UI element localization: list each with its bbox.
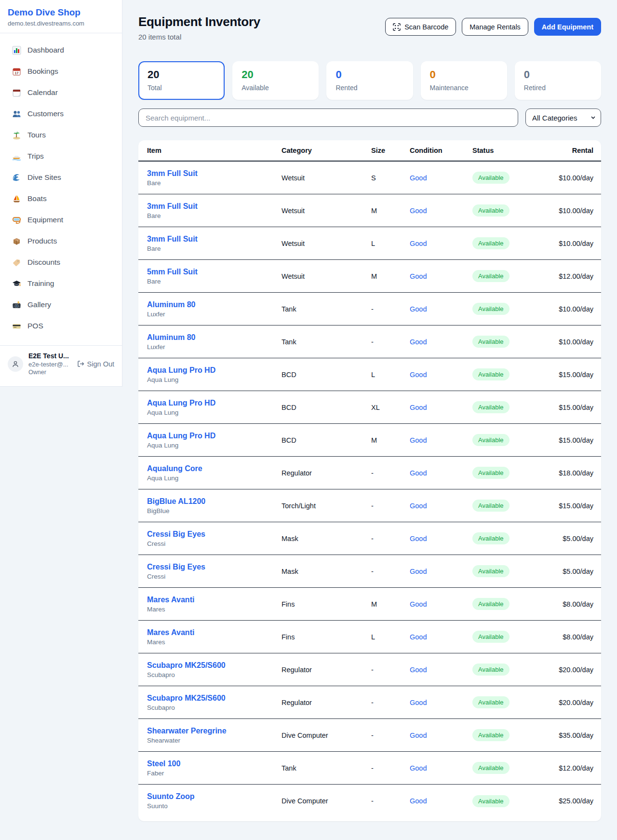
add-equipment-button[interactable]: Add Equipment xyxy=(534,18,601,36)
condition-link[interactable]: Good xyxy=(410,502,427,510)
item-brand: Luxfer xyxy=(147,343,282,351)
condition-link[interactable]: Good xyxy=(410,732,427,739)
cell-category: Wetsuit xyxy=(282,174,371,182)
palm-island-icon xyxy=(12,131,21,140)
item-name-link[interactable]: Scubapro MK25/S600 xyxy=(147,661,226,669)
cell-item: Scubapro MK25/S600 Scubapro xyxy=(147,694,282,711)
cell-size: - xyxy=(371,305,410,313)
cell-size: - xyxy=(371,535,410,542)
condition-link[interactable]: Good xyxy=(410,600,427,608)
user-name: E2E Test U... xyxy=(28,352,72,360)
sidebar-item-discounts[interactable]: Discounts xyxy=(7,253,115,272)
item-name-link[interactable]: 3mm Full Suit xyxy=(147,235,198,243)
cell-category: BCD xyxy=(282,404,371,411)
item-name-link[interactable]: Aqualung Core xyxy=(147,464,202,473)
item-name-link[interactable]: Mares Avanti xyxy=(147,596,194,604)
cell-status: Available xyxy=(472,237,553,249)
sidebar-item-label: Tours xyxy=(27,131,46,139)
condition-link[interactable]: Good xyxy=(410,305,427,313)
condition-link[interactable]: Good xyxy=(410,272,427,280)
sidebar-item-label: Products xyxy=(27,237,57,245)
cell-rental: $18.00/day xyxy=(553,469,593,477)
cell-item: Shearwater Peregrine Shearwater xyxy=(147,727,282,744)
item-name-link[interactable]: Aqua Lung Pro HD xyxy=(147,399,215,407)
cell-item: 5mm Full Suit Bare xyxy=(147,268,282,285)
sidebar-item-training[interactable]: Training xyxy=(7,274,115,293)
brand-domain: demo.test.divestreams.com xyxy=(8,20,114,27)
condition-link[interactable]: Good xyxy=(410,338,427,346)
item-name-link[interactable]: Cressi Big Eyes xyxy=(147,563,205,571)
table-row: 5mm Full Suit Bare Wetsuit M Good Availa… xyxy=(138,260,601,293)
condition-link[interactable]: Good xyxy=(410,633,427,641)
sign-out-button[interactable]: Sign Out xyxy=(77,360,114,368)
condition-link[interactable]: Good xyxy=(410,404,427,411)
item-name-link[interactable]: Mares Avanti xyxy=(147,628,194,637)
item-brand: Aqua Lung xyxy=(147,409,282,416)
item-name-link[interactable]: Suunto Zoop xyxy=(147,792,195,800)
item-name-link[interactable]: Aluminum 80 xyxy=(147,333,195,341)
item-name-link[interactable]: Steel 100 xyxy=(147,759,180,768)
cell-item: Aqua Lung Pro HD Aqua Lung xyxy=(147,366,282,383)
item-name-link[interactable]: Scubapro MK25/S600 xyxy=(147,694,226,702)
item-name-link[interactable]: 3mm Full Suit xyxy=(147,169,198,177)
sidebar-item-bookings[interactable]: 17 Bookings xyxy=(7,62,115,81)
condition-link[interactable]: Good xyxy=(410,666,427,674)
search-input[interactable] xyxy=(138,108,518,127)
cell-size: M xyxy=(371,207,410,215)
sidebar-item-tours[interactable]: Tours xyxy=(7,125,115,145)
condition-link[interactable]: Good xyxy=(410,436,427,444)
item-name-link[interactable]: 5mm Full Suit xyxy=(147,268,198,276)
cell-status: Available xyxy=(472,270,553,282)
condition-link[interactable]: Good xyxy=(410,568,427,575)
stat-card[interactable]: 20 Available xyxy=(232,61,319,100)
item-name-link[interactable]: Aluminum 80 xyxy=(147,300,195,309)
stat-card[interactable]: 0 Rented xyxy=(326,61,413,100)
sidebar-item-products[interactable]: Products xyxy=(7,231,115,251)
sidebar-item-trips[interactable]: Trips xyxy=(7,147,115,166)
sidebar-item-equipment[interactable]: Equipment xyxy=(7,210,115,230)
cell-rental: $35.00/day xyxy=(553,732,593,739)
condition-link[interactable]: Good xyxy=(410,797,427,805)
sidebar-item-gallery[interactable]: Gallery xyxy=(7,295,115,314)
table-row: Aqualung Core Aqua Lung Regulator - Good… xyxy=(138,457,601,489)
item-name-link[interactable]: Aqua Lung Pro HD xyxy=(147,432,215,440)
sidebar-item-pos[interactable]: POS xyxy=(7,316,115,336)
condition-link[interactable]: Good xyxy=(410,371,427,379)
item-brand: Cressi xyxy=(147,540,282,547)
stat-card[interactable]: 20 Total xyxy=(138,61,225,100)
item-brand: Bare xyxy=(147,212,282,219)
condition-link[interactable]: Good xyxy=(410,699,427,706)
sidebar-item-dive-sites[interactable]: Dive Sites xyxy=(7,168,115,187)
cell-condition: Good xyxy=(410,403,472,412)
status-badge: Available xyxy=(472,598,510,610)
avatar xyxy=(8,356,23,372)
sidebar-item-dashboard[interactable]: Dashboard xyxy=(7,41,115,60)
condition-link[interactable]: Good xyxy=(410,240,427,247)
sidebar-item-calendar[interactable]: Calendar xyxy=(7,83,115,102)
page-subtitle: 20 items total xyxy=(138,33,260,41)
stat-card[interactable]: 0 Maintenance xyxy=(421,61,507,100)
sidebar-item-label: Equipment xyxy=(27,216,63,224)
item-name-link[interactable]: BigBlue AL1200 xyxy=(147,497,205,505)
condition-link[interactable]: Good xyxy=(410,469,427,477)
cell-status: Available xyxy=(472,598,553,610)
item-name-link[interactable]: Cressi Big Eyes xyxy=(147,530,205,538)
item-name-link[interactable]: Aqua Lung Pro HD xyxy=(147,366,215,374)
stat-label: Available xyxy=(241,84,309,92)
cell-item: Steel 100 Faber xyxy=(147,759,282,777)
item-name-link[interactable]: Shearwater Peregrine xyxy=(147,727,227,735)
scan-barcode-button[interactable]: Scan Barcode xyxy=(385,18,456,36)
stat-card[interactable]: 0 Retired xyxy=(515,61,601,100)
cell-size: - xyxy=(371,469,410,477)
cell-category: Mask xyxy=(282,568,371,575)
sidebar-item-boats[interactable]: Boats xyxy=(7,189,115,208)
condition-link[interactable]: Good xyxy=(410,174,427,182)
item-name-link[interactable]: 3mm Full Suit xyxy=(147,202,198,210)
condition-link[interactable]: Good xyxy=(410,207,427,215)
sidebar-item-customers[interactable]: Customers xyxy=(7,104,115,123)
condition-link[interactable]: Good xyxy=(410,535,427,542)
cell-category: Fins xyxy=(282,633,371,641)
category-select[interactable]: All Categories xyxy=(525,108,601,127)
manage-rentals-button[interactable]: Manage Rentals xyxy=(462,18,528,36)
condition-link[interactable]: Good xyxy=(410,764,427,772)
